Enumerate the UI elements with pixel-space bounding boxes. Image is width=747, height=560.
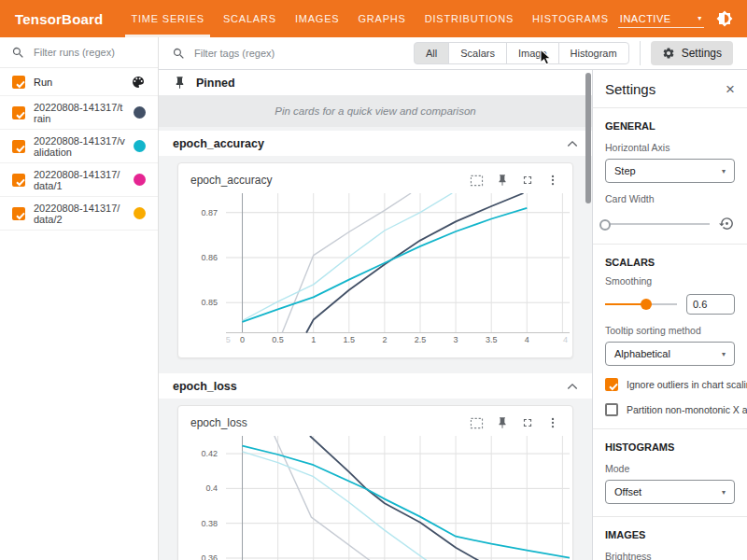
toolbar-divider xyxy=(640,41,641,65)
settings-panel-header: Settings × xyxy=(605,70,735,107)
ignore-outliers-checkbox[interactable] xyxy=(605,378,618,391)
run-checkbox[interactable] xyxy=(12,106,25,119)
run-row-validation[interactable]: 20220808-141317/validation xyxy=(0,130,158,163)
fullscreen-icon[interactable] xyxy=(521,174,534,187)
card-title: epoch_accuracy xyxy=(190,174,272,187)
ignore-outliers-label: Ignore outliers in chart scaling xyxy=(627,379,747,390)
settings-button-label: Settings xyxy=(682,47,722,60)
card-header: epoch_accuracy xyxy=(178,163,572,188)
chart-plot-wrap: 0.850.860.87 xyxy=(226,193,572,333)
run-status-value: INACTIVE xyxy=(620,13,671,24)
pin-icon[interactable] xyxy=(496,174,509,187)
card-title: epoch_loss xyxy=(190,416,247,429)
nav-tabs: TIME SERIES SCALARS IMAGES GRAPHS DISTRI… xyxy=(121,0,617,37)
section-title: epoch_loss xyxy=(173,380,237,393)
horizontal-axis-select[interactable]: Step ▾ xyxy=(605,159,735,183)
chip-scalars[interactable]: Scalars xyxy=(448,42,507,64)
tooltip-sorting-value: Alphabetical xyxy=(614,348,670,359)
tab-scalars[interactable]: SCALARS xyxy=(214,0,286,37)
brightness-icon[interactable] xyxy=(716,10,733,27)
section-header-epoch-loss[interactable]: epoch_loss xyxy=(159,373,592,399)
app-logo: TensorBoard xyxy=(15,11,103,27)
run-filter-placeholder: Filter runs (regex) xyxy=(34,47,115,58)
run-row-train[interactable]: 20220808-141317/train xyxy=(0,96,158,130)
chevron-down-icon: ▾ xyxy=(722,350,726,358)
tooltip-sorting-label: Tooltip sorting method xyxy=(605,325,735,336)
tag-filter[interactable]: Filter tags (regex) xyxy=(172,47,414,61)
chip-all[interactable]: All xyxy=(414,42,449,64)
card-actions xyxy=(470,416,559,429)
run-label: 20220808-141317/validation xyxy=(34,135,125,158)
chip-image[interactable]: Image xyxy=(506,42,559,64)
tab-distributions[interactable]: DISTRIBUTIONS xyxy=(416,0,523,37)
partition-x-axis-checkbox[interactable] xyxy=(605,403,618,416)
run-checkbox[interactable] xyxy=(12,140,25,153)
epoch-accuracy-chart[interactable] xyxy=(226,193,570,333)
card-width-label: Card Width xyxy=(605,193,735,204)
search-icon xyxy=(11,46,25,60)
pinned-header: Pinned xyxy=(159,70,592,95)
tab-time-series[interactable]: TIME SERIES xyxy=(121,0,213,37)
chart-plot-wrap: 0.360.380.40.42 xyxy=(226,436,572,560)
epoch-loss-chart[interactable] xyxy=(226,436,570,560)
settings-panel-title: Settings xyxy=(605,81,655,97)
y-axis-labels: 0.850.860.87 xyxy=(182,193,221,333)
close-icon[interactable]: × xyxy=(726,81,735,97)
run-filter[interactable]: Filter runs (regex) xyxy=(0,37,158,68)
tooltip-sorting-select[interactable]: Alphabetical ▾ xyxy=(605,342,735,366)
fit-domain-icon[interactable] xyxy=(470,417,484,429)
reset-icon[interactable] xyxy=(719,216,735,231)
main-scrollbar-thumb[interactable] xyxy=(585,73,591,203)
more-options-icon[interactable] xyxy=(546,416,559,429)
palette-icon[interactable] xyxy=(131,75,146,90)
horizontal-axis-label: Horizontal Axis xyxy=(605,142,735,153)
chevron-up-icon[interactable] xyxy=(567,383,578,390)
run-color-dot xyxy=(134,207,146,219)
tab-images[interactable]: IMAGES xyxy=(286,0,349,37)
tab-histograms[interactable]: HISTOGRAMS xyxy=(523,0,618,37)
chevron-up-icon[interactable] xyxy=(567,140,578,147)
run-checkbox[interactable] xyxy=(12,174,25,187)
pinned-title: Pinned xyxy=(196,77,235,90)
run-color-dot xyxy=(134,174,146,186)
run-label: 20220808-141317/data/2 xyxy=(34,203,125,225)
ignore-outliers-row[interactable]: Ignore outliers in chart scaling xyxy=(605,378,735,391)
tensorboard-app: TensorBoard TIME SERIES SCALARS IMAGES G… xyxy=(0,0,747,560)
run-column-header: Run xyxy=(34,77,122,88)
tab-graphs[interactable]: GRAPHS xyxy=(348,0,415,37)
horizontal-axis-value: Step xyxy=(614,165,636,176)
run-color-dot xyxy=(134,140,146,152)
fit-domain-icon[interactable] xyxy=(470,175,484,187)
select-all-checkbox[interactable] xyxy=(12,76,25,89)
card-actions xyxy=(470,174,559,187)
app-header: TensorBoard TIME SERIES SCALARS IMAGES G… xyxy=(0,0,747,37)
histogram-mode-select[interactable]: Offset ▾ xyxy=(605,480,735,504)
section-header-epoch-accuracy[interactable]: epoch_accuracy xyxy=(159,131,592,156)
partition-x-axis-row[interactable]: Partition non-monotonic X axis ? xyxy=(605,403,735,416)
x-axis-labels: 00.511.522.533.5454 xyxy=(226,333,570,346)
smoothing-input[interactable] xyxy=(686,294,735,315)
section-title: epoch_accuracy xyxy=(173,137,264,150)
settings-section-histograms: HISTOGRAMS xyxy=(605,441,735,453)
tag-filter-placeholder: Filter tags (regex) xyxy=(194,48,275,59)
pin-icon[interactable] xyxy=(496,416,509,429)
settings-button[interactable]: Settings xyxy=(651,41,733,65)
partition-x-axis-label: Partition non-monotonic X axis xyxy=(627,404,747,415)
histogram-mode-value: Offset xyxy=(614,486,641,497)
cards-scroll-area: Pinned Pin cards for a quick view and co… xyxy=(159,70,592,560)
y-axis-labels: 0.360.380.40.42 xyxy=(182,436,221,560)
settings-gear-icon xyxy=(662,47,675,60)
fullscreen-icon[interactable] xyxy=(521,416,534,429)
settings-panel: Settings × GENERAL Horizontal Axis Step … xyxy=(592,70,747,560)
run-row-data-1[interactable]: 20220808-141317/data/1 xyxy=(0,163,158,197)
card-width-slider[interactable] xyxy=(605,217,710,231)
run-status-dropdown[interactable]: INACTIVE ▾ xyxy=(618,10,704,28)
smoothing-slider[interactable] xyxy=(605,298,677,311)
more-options-icon[interactable] xyxy=(546,174,559,187)
run-checkbox[interactable] xyxy=(12,207,25,220)
run-row-data-2[interactable]: 20220808-141317/data/2 xyxy=(0,197,158,231)
settings-section-general: GENERAL xyxy=(605,120,735,132)
pin-icon xyxy=(173,76,187,90)
settings-section-images: IMAGES xyxy=(605,529,735,540)
chip-histogram[interactable]: Histogram xyxy=(558,42,629,64)
